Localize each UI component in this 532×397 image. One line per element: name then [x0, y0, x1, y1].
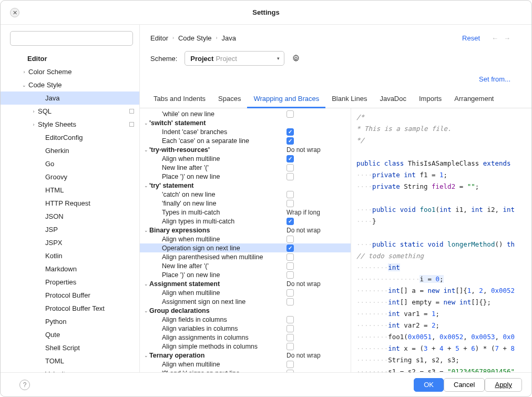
tree-item[interactable]: HTTP Request [1, 197, 139, 210]
option-row[interactable]: Align when multiline [140, 360, 351, 369]
settings-tree[interactable]: Editor›Color Scheme⌄Code StyleJava›SQL›S… [1, 50, 139, 372]
checkbox[interactable] [287, 164, 294, 171]
option-row[interactable]: Align types in multi-catch✓ [140, 217, 351, 226]
option-row[interactable]: Place ')' on new line [140, 172, 351, 181]
checkbox[interactable] [287, 298, 294, 306]
checkbox[interactable] [287, 173, 294, 180]
checkbox[interactable] [287, 271, 294, 279]
tree-item[interactable]: Protocol Buffer Text [1, 302, 139, 315]
checkbox[interactable] [287, 343, 294, 350]
tree-item[interactable]: HTML [1, 184, 139, 197]
tree-item[interactable]: Properties [1, 276, 139, 289]
tree-item[interactable]: Editor [1, 52, 139, 65]
option-row[interactable]: Align variables in columns [140, 324, 351, 333]
option-row[interactable]: ⌄'try' statement [140, 181, 351, 190]
scheme-dropdown[interactable]: Project Project ▾ [185, 51, 284, 66]
checkbox[interactable] [287, 289, 294, 297]
breadcrumb-item[interactable]: Java [222, 34, 236, 42]
tab-wrapping-and-braces[interactable]: Wrapping and Braces [247, 91, 325, 108]
tree-item[interactable]: Qute [1, 328, 139, 341]
tree-item[interactable]: JSON [1, 210, 139, 223]
option-row[interactable]: Align parenthesised when multiline [140, 252, 351, 261]
wrap-value[interactable]: Do not wrap [287, 146, 321, 154]
tree-item[interactable]: Java [1, 91, 139, 105]
tree-item[interactable]: Velocity [1, 368, 139, 372]
tree-item[interactable]: Groovy [1, 170, 139, 184]
tree-item[interactable]: Protocol Buffer [1, 289, 139, 302]
tree-item[interactable]: ⌄Code Style [1, 78, 139, 91]
tree-item[interactable]: ›Style Sheets [1, 118, 139, 131]
option-row[interactable]: Align when multiline✓ [140, 154, 351, 163]
checkbox[interactable]: ✓ [287, 218, 294, 225]
tree-item[interactable]: Python [1, 315, 139, 328]
option-row[interactable]: ⌄Ternary operationDo not wrap [140, 351, 351, 360]
checkbox[interactable]: ✓ [287, 137, 294, 145]
wrap-value[interactable]: Do not wrap [287, 227, 321, 234]
option-row[interactable]: Align fields in columns [140, 315, 351, 324]
option-row[interactable]: New line after '(' [140, 163, 351, 172]
close-button[interactable]: ✕ [10, 8, 19, 17]
tree-item[interactable]: JSP [1, 223, 139, 236]
option-row[interactable]: 'finally' on new line [140, 199, 351, 208]
tree-item[interactable]: Go [1, 157, 139, 170]
wrap-value[interactable]: Wrap if long [287, 209, 320, 216]
checkbox[interactable] [287, 236, 294, 243]
option-row[interactable]: 'catch' on new line [140, 190, 351, 199]
checkbox[interactable] [287, 325, 294, 332]
tab-arrangement[interactable]: Arrangement [448, 91, 500, 108]
apply-button[interactable]: Apply [485, 378, 522, 392]
breadcrumb-item[interactable]: Editor [150, 34, 168, 42]
wrap-value[interactable]: Do not wrap [287, 352, 321, 359]
tree-item[interactable]: ›SQL [1, 105, 139, 118]
checkbox[interactable] [287, 200, 294, 207]
tree-item[interactable]: ›Color Scheme [1, 65, 139, 78]
reset-link[interactable]: Reset [462, 34, 480, 42]
option-row[interactable]: Types in multi-catchWrap if long [140, 208, 351, 217]
option-row[interactable]: ⌄'switch' statement [140, 118, 351, 127]
help-button[interactable]: ? [19, 380, 30, 390]
ok-button[interactable]: OK [414, 378, 444, 392]
tree-item[interactable]: Kotlin [1, 249, 139, 262]
option-row[interactable]: ⌄'try-with-resources'Do not wrap [140, 145, 351, 154]
set-from-link[interactable]: Set from... [479, 75, 510, 83]
tree-item[interactable]: Shell Script [1, 341, 139, 354]
option-row[interactable]: Align simple methods in columns [140, 342, 351, 351]
option-row[interactable]: Align when multiline [140, 288, 351, 297]
option-row[interactable]: Assignment sign on next line [140, 297, 351, 306]
checkbox[interactable] [287, 253, 294, 261]
cancel-button[interactable]: Cancel [444, 378, 485, 392]
tree-item[interactable]: Markdown [1, 262, 139, 276]
tree-item[interactable]: JSPX [1, 236, 139, 249]
breadcrumb-item[interactable]: Code Style [178, 34, 212, 42]
tab-blank-lines[interactable]: Blank Lines [325, 91, 373, 108]
option-row[interactable]: 'while' on new line [140, 109, 351, 118]
option-row[interactable]: Align assignments in columns [140, 333, 351, 342]
tab-spaces[interactable]: Spaces [212, 91, 247, 108]
wrap-value[interactable]: Do not wrap [287, 280, 321, 288]
tree-item[interactable]: Gherkin [1, 144, 139, 157]
checkbox[interactable] [287, 316, 294, 323]
nav-forward-icon[interactable]: → [504, 34, 510, 42]
tab-tabs-and-indents[interactable]: Tabs and Indents [147, 91, 212, 108]
option-row[interactable]: New line after '(' [140, 261, 351, 270]
search-input[interactable] [10, 31, 133, 46]
tab-javadoc[interactable]: JavaDoc [373, 91, 413, 108]
option-row[interactable]: Each 'case' on a separate line✓ [140, 136, 351, 145]
tree-item[interactable]: EditorConfig [1, 131, 139, 144]
option-row[interactable]: ⌄Binary expressionsDo not wrap [140, 226, 351, 235]
checkbox[interactable] [287, 110, 294, 118]
option-row[interactable]: '?' and ':' signs on next line [140, 369, 351, 372]
checkbox[interactable]: ✓ [287, 128, 294, 136]
tree-item[interactable]: TOML [1, 354, 139, 368]
nav-back-icon[interactable]: ← [492, 34, 498, 42]
checkbox[interactable] [287, 262, 294, 270]
checkbox[interactable] [287, 191, 294, 198]
option-row[interactable]: Align when multiline [140, 235, 351, 243]
option-row[interactable]: ⌄Group declarations [140, 306, 351, 315]
options-list[interactable]: 'while' on new line⌄'switch' statementIn… [140, 108, 351, 372]
tab-imports[interactable]: Imports [413, 91, 448, 108]
option-row[interactable]: Operation sign on next line✓ [140, 243, 351, 252]
checkbox[interactable] [287, 334, 294, 341]
option-row[interactable]: ⌄Assignment statementDo not wrap [140, 279, 351, 288]
gear-icon[interactable] [292, 54, 300, 63]
